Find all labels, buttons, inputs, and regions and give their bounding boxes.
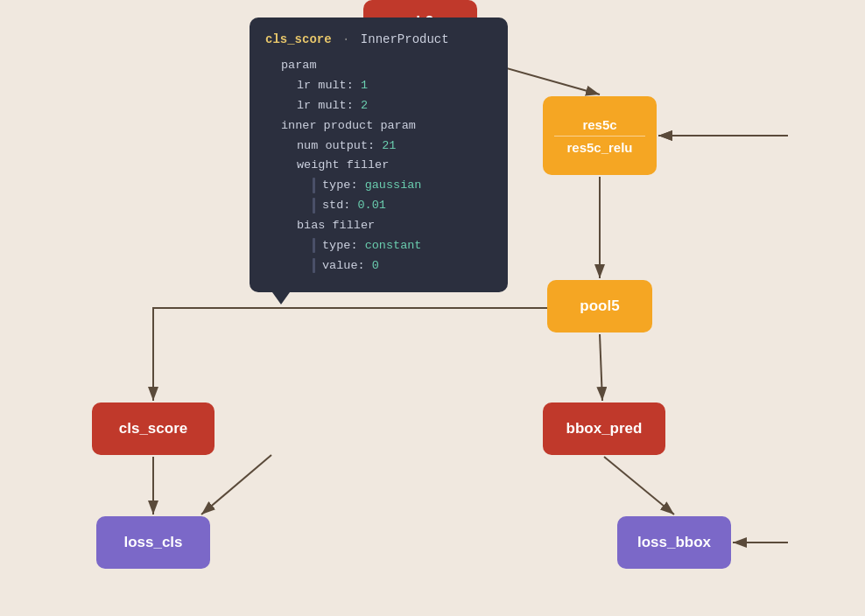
weight-type-row: type: gaussian xyxy=(265,176,492,196)
pool5-label: pool5 xyxy=(580,298,619,315)
bar-icon-3 xyxy=(313,238,315,254)
value-key: value: xyxy=(322,259,365,272)
type-bias-val: constant xyxy=(365,239,422,252)
std-val: 0.01 xyxy=(358,199,386,212)
num-output-row: num output: 21 xyxy=(265,136,492,157)
value-row: value: 0 xyxy=(265,256,492,276)
type-weight-val: gaussian xyxy=(365,178,422,192)
bar-icon-2 xyxy=(313,198,315,214)
std-key: std: xyxy=(322,199,350,212)
lr-mult-1-row: lr mult: 1 xyxy=(265,76,492,96)
lr-mult-2-val: 2 xyxy=(361,99,368,112)
svg-line-6 xyxy=(201,455,271,514)
cls-score-node[interactable]: cls_score xyxy=(92,402,214,455)
tooltip-separator: · xyxy=(342,32,349,46)
value-val: 0 xyxy=(372,259,379,272)
param-section: param xyxy=(265,56,492,76)
bias-filler-label: bias filler xyxy=(297,219,375,232)
cls-score-label: cls_score xyxy=(119,420,187,438)
loss-cls-node[interactable]: loss_cls xyxy=(96,516,210,569)
lr-mult-1-key: lr mult: xyxy=(297,79,354,92)
bbox-pred-node[interactable]: bbox_pred xyxy=(543,402,665,455)
lr-mult-1-val: 1 xyxy=(361,79,368,92)
num-output-val: 21 xyxy=(382,139,396,152)
svg-line-7 xyxy=(604,457,674,514)
tooltip-popup: cls_score · InnerProduct param lr mult: … xyxy=(250,18,508,292)
inner-product-param-section: inner product param xyxy=(265,116,492,136)
num-output-key: num output: xyxy=(297,139,375,152)
loss-bbox-label: loss_bbox xyxy=(637,534,711,551)
lr-mult-2-row: lr mult: 2 xyxy=(265,96,492,116)
std-row: std: 0.01 xyxy=(265,196,492,216)
bar-icon-4 xyxy=(313,258,315,274)
pool5-node[interactable]: pool5 xyxy=(547,280,652,332)
res5c-relu-label: res5c_relu xyxy=(566,140,632,155)
tooltip-header: cls_score · InnerProduct xyxy=(265,30,492,51)
res5c-node[interactable]: res5c res5c_relu xyxy=(543,96,657,175)
inner-product-param-label: inner product param xyxy=(281,119,416,132)
res5c-divider xyxy=(554,136,645,136)
param-label: param xyxy=(281,59,317,72)
lr-mult-2-key: lr mult: xyxy=(297,99,354,112)
type-weight-key: type: xyxy=(322,178,358,192)
loss-cls-label: loss_cls xyxy=(123,534,182,551)
loss-bbox-node[interactable]: loss_bbox xyxy=(617,516,731,569)
bar-icon xyxy=(313,178,315,193)
type-bias-key: type: xyxy=(322,239,358,252)
res5c-label: res5c xyxy=(582,117,616,132)
tooltip-node-name: cls_score xyxy=(265,32,332,46)
tooltip-node-type: InnerProduct xyxy=(361,32,449,46)
bias-type-row: type: constant xyxy=(265,236,492,256)
bbox-pred-label: bbox_pred xyxy=(566,420,643,438)
weight-filler-row: weight filler xyxy=(265,156,492,176)
svg-line-3 xyxy=(600,334,602,401)
bias-filler-row: bias filler xyxy=(265,216,492,236)
weight-filler-label: weight filler xyxy=(297,158,389,172)
